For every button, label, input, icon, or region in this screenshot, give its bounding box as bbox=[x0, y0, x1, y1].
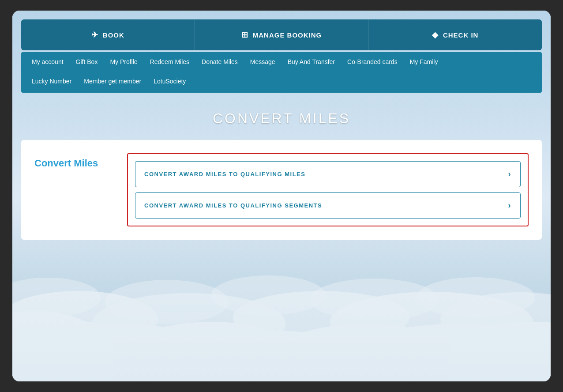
nav-donate-miles[interactable]: Donate Miles bbox=[195, 52, 244, 72]
chevron-right-icon-2: › bbox=[508, 201, 512, 210]
nav-co-branded-cards[interactable]: Co-Branded cards bbox=[341, 52, 404, 72]
nav-my-profile[interactable]: My Profile bbox=[104, 52, 143, 72]
card-section-title: Convert Miles bbox=[34, 153, 114, 169]
nav-my-account[interactable]: My account bbox=[26, 52, 70, 72]
nav-message[interactable]: Message bbox=[244, 52, 282, 72]
manage-booking-label: MANAGE BOOKING bbox=[253, 31, 322, 39]
booking-icon: ⊞ bbox=[241, 30, 248, 40]
secondary-navigation: My account Gift Box My Profile Redeem Mi… bbox=[21, 52, 542, 93]
check-in-nav-item[interactable]: ◆ CHECK IN bbox=[368, 19, 542, 50]
content-card: Convert Miles CONVERT AWARD MILES TO QUA… bbox=[21, 140, 542, 240]
nav-buy-and-transfer[interactable]: Buy And Transfer bbox=[282, 52, 341, 72]
nav-member-get-member[interactable]: Member get member bbox=[78, 72, 147, 91]
convert-award-miles-to-qualifying-segments-label: CONVERT AWARD MILES TO QUALIFYING SEGMEN… bbox=[144, 202, 322, 209]
check-in-label: CHECK IN bbox=[443, 31, 479, 39]
manage-booking-nav-item[interactable]: ⊞ MANAGE BOOKING bbox=[195, 19, 369, 50]
convert-award-miles-to-qualifying-miles-button[interactable]: CONVERT AWARD MILES TO QUALIFYING MILES … bbox=[135, 161, 521, 187]
card-options-container: CONVERT AWARD MILES TO QUALIFYING MILES … bbox=[127, 153, 529, 226]
plane-icon: ✈ bbox=[91, 30, 98, 40]
convert-award-miles-to-qualifying-segments-button[interactable]: CONVERT AWARD MILES TO QUALIFYING SEGMEN… bbox=[135, 192, 521, 219]
checkin-icon: ◆ bbox=[432, 30, 439, 40]
bottom-cloud-area bbox=[12, 240, 551, 381]
nav-my-family[interactable]: My Family bbox=[404, 52, 444, 72]
secondary-nav-row-2: Lucky Number Member get member LotuSocie… bbox=[26, 72, 537, 93]
nav-gift-box[interactable]: Gift Box bbox=[70, 52, 104, 72]
convert-award-miles-to-qualifying-miles-label: CONVERT AWARD MILES TO QUALIFYING MILES bbox=[144, 171, 305, 177]
book-label: BOOK bbox=[103, 31, 124, 39]
page-title-section: CONVERT MILES bbox=[12, 93, 551, 140]
book-nav-item[interactable]: ✈ BOOK bbox=[21, 19, 195, 50]
nav-redeem-miles[interactable]: Redeem Miles bbox=[144, 52, 195, 72]
nav-lotusociety[interactable]: LotuSociety bbox=[147, 72, 192, 91]
nav-lucky-number[interactable]: Lucky Number bbox=[26, 72, 78, 91]
page-title: CONVERT MILES bbox=[12, 110, 551, 127]
secondary-nav-row-1: My account Gift Box My Profile Redeem Mi… bbox=[26, 52, 537, 72]
top-navigation: ✈ BOOK ⊞ MANAGE BOOKING ◆ CHECK IN bbox=[21, 19, 542, 50]
chevron-right-icon: › bbox=[508, 170, 512, 179]
